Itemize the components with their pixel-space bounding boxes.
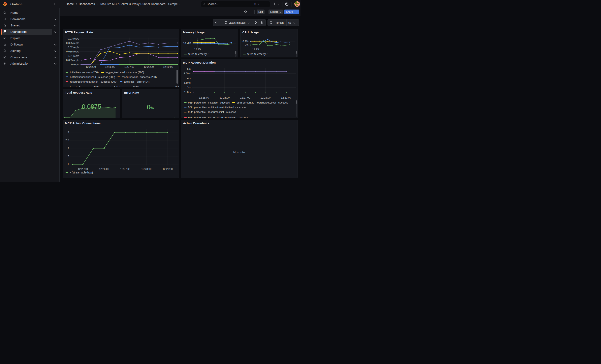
svg-text:3: 3 — [68, 131, 69, 134]
svg-text:12:29:00: 12:29:00 — [163, 65, 173, 68]
svg-text:1: 1 — [68, 163, 69, 166]
svg-text:0 req/s: 0 req/s — [71, 63, 79, 66]
svg-text:12:26:00: 12:26:00 — [105, 65, 115, 68]
svg-text:0.005 req/s: 0.005 req/s — [66, 59, 79, 62]
svg-text:12:25:00: 12:25:00 — [86, 65, 96, 68]
svg-text:0.02 req/s: 0.02 req/s — [68, 46, 79, 49]
svg-text:12:27:00: 12:27:00 — [240, 96, 250, 99]
svg-text:12:25: 12:25 — [252, 48, 259, 51]
svg-text:12:26:00: 12:26:00 — [220, 96, 230, 99]
svg-text:12:28:00: 12:28:00 — [141, 167, 151, 170]
svg-text:0.01 req/s: 0.01 req/s — [68, 54, 79, 58]
svg-text:4 s: 4 s — [187, 77, 191, 79]
svg-text:16 MiB: 16 MiB — [183, 42, 191, 45]
svg-text:0.03 req/s: 0.03 req/s — [68, 37, 79, 40]
svg-text:12:25:00: 12:25:00 — [199, 96, 209, 99]
svg-text:12:29:00: 12:29:00 — [281, 96, 291, 99]
svg-text:0.025 req/s: 0.025 req/s — [66, 41, 79, 45]
svg-text:5 s: 5 s — [187, 67, 191, 70]
svg-text:0.2%: 0.2% — [242, 40, 249, 43]
svg-text:1.5: 1.5 — [65, 155, 69, 158]
svg-text:4.50 s: 4.50 s — [184, 72, 191, 75]
svg-text:12:28:00: 12:28:00 — [144, 65, 154, 68]
svg-text:12:27:00: 12:27:00 — [124, 65, 135, 68]
svg-text:0%: 0% — [245, 43, 249, 46]
svg-text:12:28:00: 12:28:00 — [260, 96, 271, 99]
svg-text:3.50 s: 3.50 s — [184, 81, 191, 84]
svg-text:12:25: 12:25 — [194, 48, 201, 51]
svg-text:12:27:00: 12:27:00 — [120, 167, 130, 170]
svg-text:12:25:00: 12:25:00 — [78, 167, 88, 170]
svg-text:0.015 req/s: 0.015 req/s — [66, 50, 79, 53]
svg-text:12:29:00: 12:29:00 — [163, 167, 173, 170]
svg-text:3 s: 3 s — [187, 86, 191, 89]
svg-text:2.50 s: 2.50 s — [184, 90, 191, 93]
svg-text:12:26:00: 12:26:00 — [99, 167, 109, 170]
svg-text:2: 2 — [68, 147, 69, 150]
svg-text:2.5: 2.5 — [65, 139, 69, 142]
